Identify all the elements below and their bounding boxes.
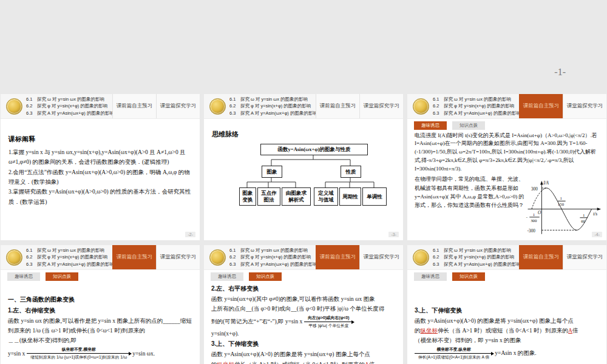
- tab-knowledge-points[interactable]: 知识点拨: [452, 272, 485, 281]
- slide-thumbnail-2[interactable]: 6.1 探究 ω 对 y=sin ωx 的图象的影响 6.2 探究 φ 对 y=…: [204, 94, 403, 240]
- slide-header: 6.1 探究 ω 对 y=sin ωx 的图象的影响 6.2 探究 φ 对 y=…: [204, 245, 403, 270]
- rule-text: 函数 y=sin(ωx+φ)(其中 φ≠0)的图象,可以看作将函数 y=sin …: [211, 294, 397, 304]
- arrow-label-bottom: 伸长(A>1)或缩短(0<A<1)到原来的 A 倍: [415, 354, 493, 360]
- tab-knowledge-points[interactable]: 知识点拨: [452, 121, 485, 130]
- tab-pre-class-study[interactable]: 课前篇自主预习: [519, 245, 563, 269]
- document-page-number: -1-: [554, 67, 566, 78]
- rule-text: （横坐标不变）得到的，即 y=sin x 的图象: [415, 335, 600, 345]
- tab-pre-class-study[interactable]: 课前篇自主预习: [112, 245, 156, 269]
- header-tab-buttons: 课前篇自主预习 课堂篇探究学习: [519, 245, 606, 269]
- filled-answer: 纵坐标: [217, 362, 235, 364]
- flow-node-graph: 图象: [262, 166, 282, 178]
- filled-answer: A: [365, 362, 369, 364]
- slide-thumbnail-3[interactable]: 6.1 探究 ω 对 y=sin ωx 的图象的影响 6.2 探究 φ 对 y=…: [407, 94, 606, 240]
- formula-rhs: y=Asin x 的图象.: [495, 349, 536, 357]
- tab-pre-class-study[interactable]: 课前篇自主预习: [316, 245, 359, 269]
- svg-text:150: 150: [558, 202, 565, 206]
- tab-in-class-explore[interactable]: 课堂篇探究学习: [156, 245, 200, 269]
- handout-page: -1- 6.1 探究 ω 对 y=sin ωx 的图象的影响 6.2 探究 φ …: [0, 0, 607, 364]
- slide-header: 6.1 探究 ω 对 y=sin ωx 的图象的影响 6.2 探究 φ 对 y=…: [1, 245, 200, 270]
- svg-text:-: -: [526, 215, 528, 219]
- section-line-3: 6.3 探究 A 对 y=Asin(ωx+φ) 的图象的影响: [26, 261, 112, 268]
- section-line-3: 6.3 探究 A 对 y=Asin(ωx+φ) 的图象的影响: [433, 261, 519, 268]
- slide-thumbnail-1[interactable]: 6.1 探究 ω 对 y=sin ωx 的图象的影响 6.2 探究 φ 对 y=…: [1, 94, 200, 240]
- arrow-shaft-icon: [304, 322, 353, 322]
- physics-question-text: 在物理学问题中，常见的电流、单摆、光波、机械波等都具有周期性，函数关系都是形如 …: [415, 175, 525, 238]
- section-line-3: 6.3 探究 A 对 y=Asin(ωx+φ) 的图象的影响: [26, 110, 112, 116]
- graph-ylabel: I/A: [543, 181, 549, 186]
- tab-knowledge-points[interactable]: 知识点拨: [249, 272, 282, 281]
- tab-fun-thinking[interactable]: 趣味诱思: [7, 272, 40, 281]
- current-problem-text: 电流强度 I(A)随时间 t(s)变化的关系式是 I=Asin(ωt+φ)（A>…: [407, 130, 606, 174]
- rule-text: ＿＿(纵坐标不变)得到的,即: [8, 335, 192, 345]
- content-tabs: 趣味诱思 知识点拨: [407, 119, 606, 130]
- header-tab-buttons: 课前篇自主预习 课堂篇探究学习: [316, 245, 403, 269]
- header-tab-buttons: 课前篇自主预习 课堂篇探究学习: [519, 94, 606, 118]
- tab-in-class-explore[interactable]: 课堂篇探究学习: [156, 94, 200, 118]
- transform-arrow-line: 横坐标不变,纵坐标 伸长(A>1)或缩短(0<A<1)到原来的 A 倍 y=As…: [415, 346, 600, 360]
- svg-text:1: 1: [533, 212, 535, 217]
- slide-header: 6.1 探究 ω 对 y=sin ωx 的图象的影响 6.2 探究 φ 对 y=…: [407, 94, 606, 119]
- flow-node-domain-range: 定义域 与值域: [314, 187, 338, 206]
- arrow-label-top: 纵坐标不变,横坐标: [58, 346, 100, 352]
- tab-in-class-explore[interactable]: 课堂篇探究学习: [563, 245, 606, 269]
- section-line-1: 6.1 探究 ω 对 y=sin ωx 的图象的影响: [433, 247, 519, 254]
- svg-text:60: 60: [581, 219, 585, 223]
- tab-pre-class-study[interactable]: 课前篇自主预习: [316, 94, 359, 118]
- tab-fun-thinking[interactable]: 趣味诱思: [414, 272, 447, 281]
- svg-text:1: 1: [560, 196, 562, 200]
- header-tab-buttons: 课前篇自主预习 课堂篇探究学习: [112, 94, 200, 118]
- flow-node-from-graph: 由图象求 解析式: [282, 187, 311, 206]
- formula-rhs: y=sin ωx.: [132, 351, 155, 357]
- slide-thumbnail-4[interactable]: 6.1 探究 ω 对 y=sin ωx 的图象的影响 6.2 探究 φ 对 y=…: [1, 245, 200, 364]
- section-line-1: 6.1 探究 ω 对 y=sin ωx 的图象的影响: [26, 96, 112, 103]
- slide-content: 2.左、右平移变换 函数 y=sin(ωx+φ)(其中 φ≠0)的图象,可以看作…: [204, 281, 403, 364]
- slide-thumbnail-6[interactable]: 6.1 探究 ω 对 y=sin ωx 的图象的影响 6.2 探究 φ 对 y=…: [407, 245, 606, 364]
- formula-lhs: y=sin x: [8, 351, 25, 357]
- slide-page-number: -2-: [185, 232, 195, 237]
- transform-arrow: 横坐标不变,纵坐标 伸长(A>1)或缩短(0<A<1)到原来的 A 倍: [415, 346, 493, 360]
- knowledge-heading-1: 一、三角函数的图象变换: [8, 294, 192, 305]
- tab-in-class-explore[interactable]: 课堂篇探究学习: [359, 245, 403, 269]
- section-title-list: 6.1 探究 ω 对 y=sin ωx 的图象的影响 6.2 探究 φ 对 y=…: [26, 96, 112, 116]
- section-line-1: 6.1 探究 ω 对 y=sin ωx 的图象的影响: [229, 247, 316, 254]
- graph-tick-1-150: 1 150: [558, 196, 566, 206]
- section-line-3: 6.3 探究 A 对 y=Asin(ωx+φ) 的图象的影响: [229, 261, 316, 268]
- badge-logo-icon: [209, 98, 226, 115]
- slide-thumbnail-5[interactable]: 6.1 探究 ω 对 y=sin ωx 的图象的影响 6.2 探究 φ 对 y=…: [204, 245, 403, 364]
- arrow-label-top: 向左(φ>0)或向右(φ<0): [304, 315, 353, 321]
- flow-node-property: 性质: [341, 166, 361, 178]
- section-title-list: 6.1 探究 ω 对 y=sin ωx 的图象的影响 6.2 探究 φ 对 y=…: [26, 247, 112, 268]
- slide-content: 思维脉络 函数y=Asin(ωx+φ)的图象与性质 图象 性质 图象 变换 五点…: [204, 119, 403, 212]
- current-sine-graph: I/A 300 -300 O t/s 1 150 - 1 300: [525, 176, 602, 238]
- arrow-label-bottom: 缩短到原来的 1/ω (ω>1)或伸长(0<ω<1)到原来的 1/ω: [27, 354, 131, 360]
- tab-in-class-explore[interactable]: 课堂篇探究学习: [359, 94, 403, 118]
- slide-header: 6.1 探究 ω 对 y=sin ωx 的图象的影响 6.2 探究 φ 对 y=…: [204, 94, 403, 119]
- badge-logo-icon: [413, 249, 429, 266]
- tab-in-class-explore[interactable]: 课堂篇探究学习: [563, 94, 606, 118]
- badge-logo-icon: [6, 98, 22, 115]
- graph-ymin: -300: [527, 228, 536, 234]
- tab-fun-thinking[interactable]: 趣味诱思: [414, 121, 447, 130]
- section-line-2: 6.2 探究 φ 对 y=sin(x+φ) 的图象的影响: [433, 254, 519, 260]
- arrow-label-bottom: 平移 |φ/ω| 个单位长度: [305, 323, 353, 329]
- tab-pre-class-study[interactable]: 课前篇自主预习: [519, 94, 563, 118]
- slide-header: 6.1 探究 ω 对 y=sin ωx 的图象的影响 6.2 探究 φ 对 y=…: [1, 94, 200, 119]
- tab-fun-thinking[interactable]: 趣味诱思: [211, 272, 243, 281]
- tab-pre-class-study[interactable]: 课前篇自主预习: [112, 94, 156, 118]
- tab-knowledge-points[interactable]: 知识点拨: [46, 272, 78, 281]
- svg-text:1: 1: [583, 213, 585, 217]
- transform-arrow-line: 到的(可简记为左“+”右“-”),即 y=sin x 向左(φ>0)或向右(φ<…: [211, 315, 397, 329]
- knowledge-heading-1: 2.左、右平移变换: [211, 283, 397, 294]
- arrow-shaft-icon: [27, 353, 131, 354]
- section-line-1: 6.1 探究 ω 对 y=sin ωx 的图象的影响: [433, 96, 519, 103]
- rule-text: 函数 y=sin ωx 的图象,可以看作是把 y=sin x 图象上所有的点的_…: [8, 316, 192, 336]
- flow-node-five-point: 五点作 图法: [257, 187, 280, 206]
- graph-tick-1-60: 1 60: [580, 213, 588, 223]
- objective-item: 3.掌握研究函数 y=Asin(ωx+φ)(A>0,ω>0) 的性质的基本方法，…: [8, 187, 191, 207]
- slide-header: 6.1 探究 ω 对 y=sin ωx 的图象的影响 6.2 探究 φ 对 y=…: [407, 245, 606, 270]
- graph-origin: O: [538, 210, 541, 215]
- slide-title: 思维脉络: [212, 130, 403, 139]
- section-line-3: 6.3 探究 A 对 y=Asin(ωx+φ) 的图象的影响: [229, 110, 316, 116]
- section-line-2: 6.2 探究 φ 对 y=sin(x+φ) 的图象的影响: [433, 103, 519, 109]
